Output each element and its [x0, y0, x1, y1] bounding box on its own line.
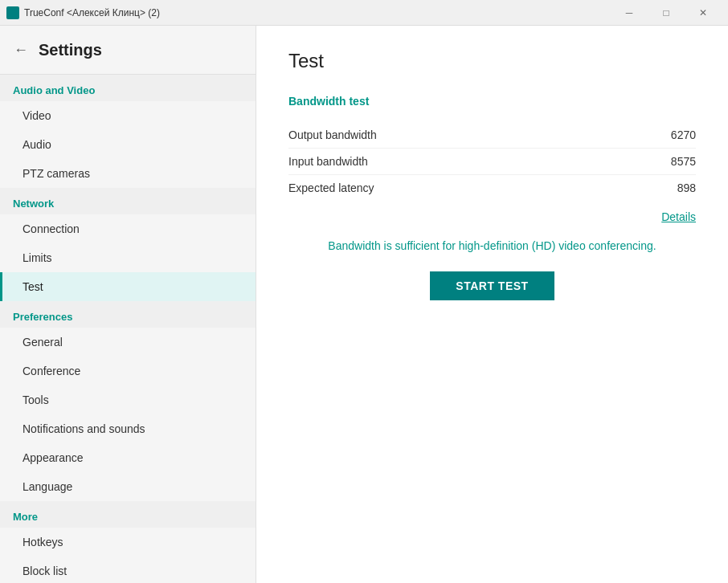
back-button[interactable]: ←: [10, 39, 32, 61]
sidebar-item-audio[interactable]: Audio: [0, 130, 256, 159]
expected-latency-row: Expected latency 898: [288, 175, 696, 201]
section-header-preferences: Preferences: [0, 301, 256, 328]
main-area: ← Settings Audio and Video Video Audio P…: [0, 26, 728, 583]
close-button[interactable]: ✕: [685, 0, 722, 26]
sidebar-item-video[interactable]: Video: [0, 101, 256, 130]
input-bandwidth-label: Input bandwidth: [288, 155, 368, 168]
details-link[interactable]: Details: [288, 210, 696, 223]
output-bandwidth-value: 6270: [671, 128, 696, 141]
output-bandwidth-label: Output bandwidth: [288, 128, 377, 141]
sidebar-title: Settings: [39, 41, 102, 59]
sidebar-item-block-list[interactable]: Block list: [0, 556, 256, 583]
content-panel: Test Bandwidth test Output bandwidth 627…: [256, 26, 728, 583]
page-title: Test: [288, 50, 696, 72]
section-header-network: Network: [0, 188, 256, 214]
status-message: Bandwidth is sufficient for high-definit…: [288, 239, 696, 252]
sidebar-item-conference[interactable]: Conference: [0, 357, 256, 385]
sidebar-item-general[interactable]: General: [0, 328, 256, 357]
sidebar-item-hotkeys[interactable]: Hotkeys: [0, 528, 256, 556]
start-test-button[interactable]: START TEST: [430, 271, 554, 300]
titlebar-title: TrueConf <Алексей Клинц> (2): [24, 7, 611, 18]
sidebar-item-limits[interactable]: Limits: [0, 243, 256, 272]
input-bandwidth-value: 8575: [671, 155, 696, 168]
sidebar-item-ptz-cameras[interactable]: PTZ cameras: [0, 159, 256, 188]
sidebar-item-tools[interactable]: Tools: [0, 385, 256, 414]
section-header-audio-video: Audio and Video: [0, 75, 256, 101]
sidebar: ← Settings Audio and Video Video Audio P…: [0, 26, 256, 583]
window-controls: ─ □ ✕: [611, 0, 722, 26]
sidebar-item-connection[interactable]: Connection: [0, 214, 256, 243]
input-bandwidth-row: Input bandwidth 8575: [288, 149, 696, 175]
expected-latency-value: 898: [677, 181, 696, 194]
bandwidth-section-label: Bandwidth test: [288, 95, 696, 108]
sidebar-item-test[interactable]: Test: [0, 272, 256, 301]
section-header-more: More: [0, 501, 256, 528]
minimize-button[interactable]: ─: [611, 0, 648, 26]
sidebar-item-appearance[interactable]: Appearance: [0, 443, 256, 472]
sidebar-header: ← Settings: [0, 26, 256, 75]
output-bandwidth-row: Output bandwidth 6270: [288, 122, 696, 149]
expected-latency-label: Expected latency: [288, 181, 374, 194]
sidebar-item-language[interactable]: Language: [0, 472, 256, 501]
app-icon: [6, 6, 19, 19]
titlebar: TrueConf <Алексей Клинц> (2) ─ □ ✕: [0, 0, 728, 26]
sidebar-item-notifications-and-sounds[interactable]: Notifications and sounds: [0, 414, 256, 443]
maximize-button[interactable]: □: [648, 0, 685, 26]
